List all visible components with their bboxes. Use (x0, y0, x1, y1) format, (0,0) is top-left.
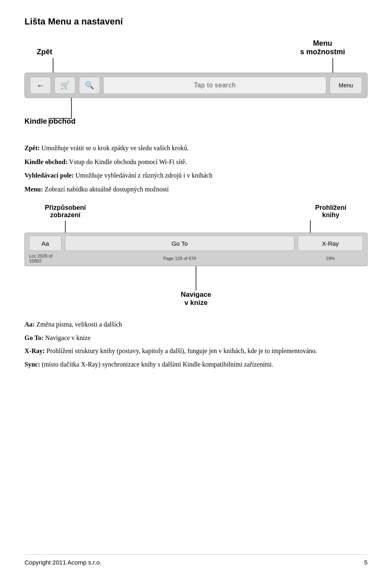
footer-page-number: 5 (364, 559, 368, 566)
bullet-aa-bold: Aa: (24, 321, 35, 328)
cart-icon: 🛒 (60, 81, 69, 90)
pct-text: 19% (298, 256, 363, 261)
label-zpet: Zpět (37, 48, 52, 56)
cart-button[interactable]: 🛒 (54, 77, 76, 94)
page-title: Lišta Menu a nastavení (24, 16, 368, 27)
loc-text: Loc 2926 of 15802 (29, 253, 62, 263)
menu-bar: ← 🛒 🔍 Tap to search Menu (24, 73, 368, 98)
desc-kindle: Kindle obchod: Vstup do Kindle obchodu p… (24, 157, 368, 167)
desc-menu: Menu: Zobrazí nabídku aktuálně dostupnýc… (24, 184, 368, 195)
desc-zpet-bold: Zpět: (24, 144, 40, 151)
desc-menu-bold: Menu: (24, 186, 43, 193)
tap-to-search-label: Tap to search (194, 82, 236, 89)
tap-to-search-button[interactable]: Tap to search (103, 77, 326, 94)
label-prizpusobeni: Přizpůsobení zobrazení (24, 204, 106, 219)
desc-zpet-text: Umožňuje vrátit se o krok zpátky ve sled… (40, 144, 189, 151)
goto-button-label: Go To (172, 240, 188, 247)
toolbar-top-row: Aa Go To X-Ray (29, 236, 363, 251)
bottom-connector-lines (24, 98, 368, 127)
desc-menu-text: Zobrazí nabídku aktuálně dostupných možn… (43, 186, 169, 193)
desc-search: Vyhledávací pole: Umožňuje vyhledávání z… (24, 170, 368, 181)
toolbar-diagram-section: Přizpůsobení zobrazení Prohlížení knihy … (24, 204, 368, 307)
page-text: Page 129 of 674 (65, 256, 294, 261)
back-icon: ← (36, 81, 45, 90)
page-footer: Copyright 2011 Acomp s.r.o. 5 (24, 554, 368, 566)
search-icon-button[interactable]: 🔍 (79, 77, 100, 94)
desc-kindle-bold: Kindle obchod: (24, 158, 67, 165)
bullet-xray: X-Ray: Prohlížení struktury knihy (posta… (24, 346, 368, 356)
desc-search-bold: Vyhledávací pole: (24, 172, 74, 179)
kindle-obchod-label: Kindle obchod (24, 117, 76, 126)
toolbar-top-connectors (24, 220, 368, 233)
bullet-sync: Sync: (místo tlačítka X-Ray) synchroniza… (24, 359, 368, 370)
desc-kindle-text: Vstup do Kindle obchodu pomocí Wi-Fi sít… (67, 158, 187, 165)
bullet-xray-bold: X-Ray: (24, 347, 45, 354)
aa-button-label: Aa (42, 240, 49, 247)
bullets-section: Aa: Změna písma, velikosti a dalších Go … (24, 319, 368, 370)
footer-copyright: Copyright 2011 Acomp s.r.o. (24, 559, 101, 566)
toolbar-bottom-row: Loc 2926 of 15802 Page 129 of 674 19% (29, 253, 363, 263)
bullet-sync-bold: Sync: (24, 361, 40, 368)
menu-button[interactable]: Menu (330, 77, 362, 94)
desc-zpet: Zpět: Umožňuje vrátit se o krok zpátky v… (24, 143, 368, 153)
bullet-aa: Aa: Změna písma, velikosti a dalších (24, 319, 368, 330)
goto-button[interactable]: Go To (65, 236, 294, 251)
bullet-goto-bold: Go To: (24, 334, 44, 341)
back-button[interactable]: ← (30, 77, 51, 94)
label-menu-moznostmi: Menu s možnostmi (300, 39, 345, 56)
description-section: Zpět: Umožňuje vrátit se o krok zpátky v… (24, 143, 368, 194)
menu-button-label: Menu (339, 82, 353, 89)
bullet-goto: Go To: Navigace v knize (24, 333, 368, 343)
top-connector-lines (24, 58, 368, 73)
label-prohlideni: Prohlížení knihy (294, 204, 368, 219)
bullet-aa-text: Změna písma, velikosti a dalších (35, 321, 122, 328)
xray-button[interactable]: X-Ray (298, 236, 363, 251)
bullet-xray-text: Prohlížení struktury knihy (postavy, kap… (45, 347, 317, 354)
navigace-label: Navigace v knize (181, 291, 212, 307)
toolbar-bar: Aa Go To X-Ray Loc 2926 of 15802 Page 12… (24, 233, 368, 266)
xray-button-label: X-Ray (322, 240, 339, 247)
menu-diagram-section: Zpět Menu s možnostmi ← 🛒 🔍 Tap to searc… (24, 39, 368, 127)
bullet-sync-text: (místo tlačítka X-Ray) synchronizace kni… (40, 361, 273, 368)
bullet-goto-text: Navigace v knize (44, 334, 91, 341)
aa-button[interactable]: Aa (29, 236, 62, 251)
search-icon: 🔍 (85, 81, 94, 90)
desc-search-text: Umožňuje vyhledávání z různých zdrojů i … (74, 172, 212, 179)
